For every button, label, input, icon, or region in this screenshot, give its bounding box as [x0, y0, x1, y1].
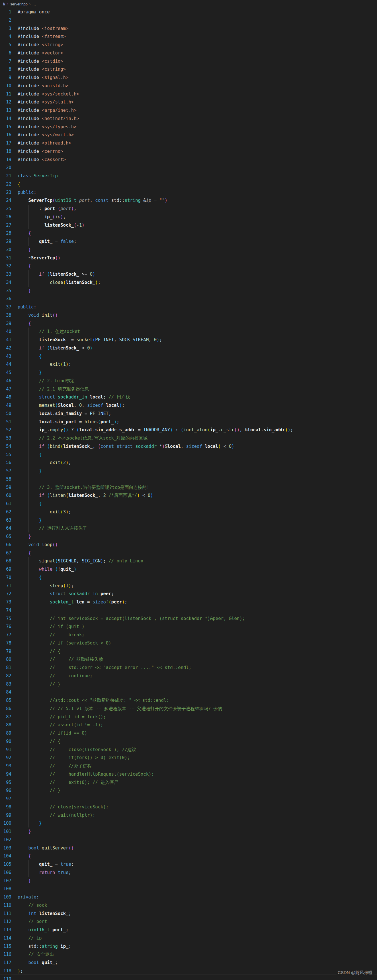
code-line[interactable]: 44 exit(1); — [0, 360, 377, 369]
code-line[interactable]: 77 // break; — [0, 631, 377, 639]
line-number[interactable]: 3 — [0, 24, 17, 33]
line-number[interactable]: 59 — [0, 484, 17, 492]
code-line[interactable]: 51 local.sin_port = htons(port_); — [0, 418, 377, 426]
code-line[interactable]: 3#include <iostream> — [0, 24, 377, 33]
code-line[interactable]: 52 ip_.empty() ? (local.sin_addr.s_addr … — [0, 426, 377, 434]
line-number[interactable]: 88 — [0, 721, 17, 729]
code-line[interactable]: 10#include <unistd.h> — [0, 82, 377, 90]
code-line[interactable]: 76 // if (quit_) — [0, 622, 377, 631]
line-number[interactable]: 7 — [0, 57, 17, 65]
code-line[interactable]: 20 — [0, 164, 377, 172]
line-number[interactable]: 99 — [0, 811, 17, 819]
code-line[interactable]: 38 void init() — [0, 311, 377, 320]
code-line[interactable]: 37public: — [0, 303, 377, 311]
code-line[interactable]: 66 void loop() — [0, 541, 377, 549]
code-line[interactable]: 83 // } — [0, 680, 377, 688]
line-number[interactable]: 73 — [0, 598, 17, 606]
line-number[interactable]: 33 — [0, 270, 17, 278]
line-number[interactable]: 61 — [0, 500, 17, 508]
line-number[interactable]: 105 — [0, 860, 17, 869]
editor-code-area[interactable]: 1#pragma once23#include <iostream>4#incl… — [0, 8, 377, 980]
line-number[interactable]: 109 — [0, 893, 17, 901]
code-line[interactable]: 94 // handlerHttpRequest(serviceSock); — [0, 770, 377, 778]
line-number[interactable]: 113 — [0, 926, 17, 934]
code-line[interactable]: 16#include <sys/wait.h> — [0, 131, 377, 139]
line-number[interactable]: 62 — [0, 508, 17, 516]
line-number[interactable]: 53 — [0, 434, 17, 442]
code-line[interactable]: 82 // continue; — [0, 672, 377, 680]
line-number[interactable]: 27 — [0, 221, 17, 229]
line-number[interactable]: 40 — [0, 328, 17, 336]
line-number[interactable]: 47 — [0, 385, 17, 393]
code-line[interactable]: 72 struct sockaddr_in peer; — [0, 590, 377, 598]
code-line[interactable]: 112 // port — [0, 918, 377, 926]
line-number[interactable]: 36 — [0, 295, 17, 303]
line-number[interactable]: 87 — [0, 713, 17, 721]
code-line[interactable]: 43 { — [0, 352, 377, 361]
code-line[interactable]: 21class ServerTcp — [0, 172, 377, 180]
code-line[interactable]: 14#include <netinet/in.h> — [0, 115, 377, 123]
line-number[interactable]: 31 — [0, 254, 17, 262]
code-line[interactable]: 32 { — [0, 262, 377, 270]
line-number[interactable]: 18 — [0, 147, 17, 156]
line-number[interactable]: 103 — [0, 844, 17, 852]
line-number[interactable]: 95 — [0, 778, 17, 787]
code-line[interactable]: 95 // exit(0); // 进入僵尸 — [0, 778, 377, 787]
line-number[interactable]: 67 — [0, 549, 17, 557]
code-line[interactable]: 93 // //孙子进程 — [0, 762, 377, 770]
line-number[interactable]: 42 — [0, 344, 17, 352]
code-line[interactable]: 79 // { — [0, 648, 377, 655]
line-number[interactable]: 82 — [0, 672, 17, 680]
line-number[interactable]: 29 — [0, 237, 17, 246]
line-number[interactable]: 6 — [0, 49, 17, 57]
line-number[interactable]: 37 — [0, 303, 17, 311]
line-number[interactable]: 19 — [0, 156, 17, 164]
line-number[interactable]: 70 — [0, 574, 17, 582]
code-line[interactable]: 40 // 1. 创建socket — [0, 328, 377, 336]
code-line[interactable]: 87 // pid_t id = fork(); — [0, 713, 377, 721]
line-number[interactable]: 84 — [0, 688, 17, 696]
code-line[interactable]: 60 if (listen(listenSock_, 2 /*后面再说*/) <… — [0, 492, 377, 500]
code-line[interactable]: 85 //std::cout << "获取新链接成功: " << std::en… — [0, 696, 377, 705]
line-number[interactable]: 21 — [0, 172, 17, 180]
line-number[interactable]: 60 — [0, 492, 17, 500]
line-number[interactable]: 30 — [0, 246, 17, 254]
code-line[interactable]: 70 { — [0, 574, 377, 582]
line-number[interactable]: 63 — [0, 516, 17, 525]
line-number[interactable]: 91 — [0, 746, 17, 754]
line-number[interactable]: 86 — [0, 705, 17, 713]
line-number[interactable]: 58 — [0, 475, 17, 484]
line-number[interactable]: 89 — [0, 729, 17, 737]
line-number[interactable]: 51 — [0, 418, 17, 426]
line-number[interactable]: 106 — [0, 869, 17, 877]
code-line[interactable]: 29 quit_ = false; — [0, 237, 377, 246]
code-line[interactable]: 91 // close(listenSock_); //建议 — [0, 746, 377, 754]
code-line[interactable]: 71 sleep(1); — [0, 582, 377, 590]
line-number[interactable]: 28 — [0, 229, 17, 237]
line-number[interactable]: 100 — [0, 819, 17, 827]
code-line[interactable]: 5#include <string> — [0, 41, 377, 49]
line-number[interactable]: 57 — [0, 467, 17, 475]
code-line[interactable]: 41 listenSock_ = socket(PF_INET, SOCK_ST… — [0, 336, 377, 344]
code-line[interactable]: 54 if (bind(listenSock_, (const struct s… — [0, 442, 377, 451]
code-line[interactable]: 110 // sock — [0, 901, 377, 910]
code-line[interactable]: 105 quit_ = true; — [0, 860, 377, 869]
line-number[interactable]: 1 — [0, 8, 17, 16]
code-line[interactable]: 78 // if (serviceSock < 0) — [0, 639, 377, 648]
code-line[interactable]: 24 ServerTcp(uint16_t port, const std::s… — [0, 196, 377, 205]
code-line[interactable]: 119 — [0, 975, 377, 980]
line-number[interactable]: 55 — [0, 451, 17, 459]
line-number[interactable]: 17 — [0, 139, 17, 147]
line-number[interactable]: 15 — [0, 123, 17, 131]
line-number[interactable]: 45 — [0, 369, 17, 377]
line-number[interactable]: 94 — [0, 770, 17, 778]
code-line[interactable]: 68 signal(SIGCHLD, SIG_IGN); // only Lin… — [0, 557, 377, 565]
line-number[interactable]: 71 — [0, 582, 17, 590]
code-line[interactable]: 57 } — [0, 467, 377, 475]
line-number[interactable]: 119 — [0, 975, 17, 980]
code-line[interactable]: 81 // std::cerr << "accept error ...." <… — [0, 663, 377, 672]
code-line[interactable]: 107 } — [0, 877, 377, 885]
line-number[interactable]: 38 — [0, 311, 17, 320]
code-line[interactable]: 30 } — [0, 246, 377, 254]
code-line[interactable]: 109private: — [0, 893, 377, 901]
